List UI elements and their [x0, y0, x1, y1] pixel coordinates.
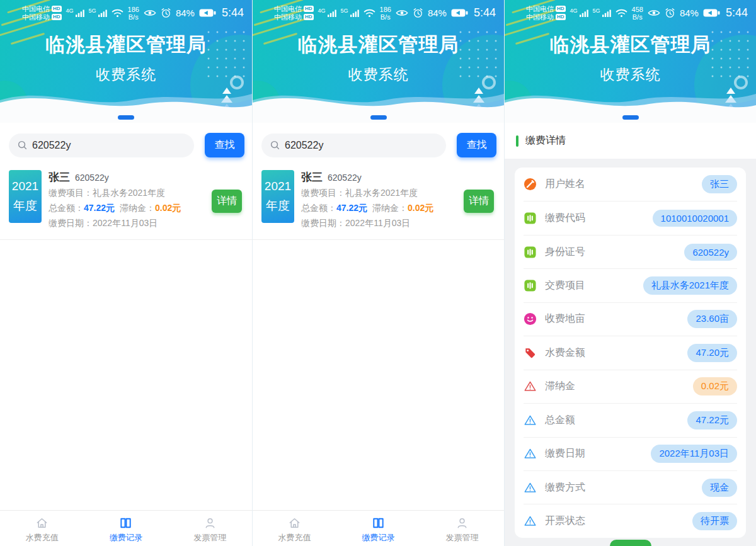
- phone-screen-detail: 中国电信HD 中国移动HD 4G 5G 458B/s 84% 5:44 临洮县灌…: [504, 0, 756, 546]
- tab-invoice-management[interactable]: 发票管理: [420, 511, 504, 546]
- search-input[interactable]: 620522y: [9, 134, 194, 157]
- detail-button[interactable]: 详情: [464, 190, 494, 213]
- carrier-labels: 中国电信HD 中国移动HD: [22, 5, 62, 21]
- signal-bars-icon: [328, 9, 336, 17]
- code-icon: [524, 246, 537, 259]
- project-value: 礼县水务2021年度: [345, 188, 418, 198]
- hd-badge: HD: [304, 6, 314, 12]
- row-value-pill: 礼县水务2021年度: [643, 276, 737, 295]
- tab-label: 水费充值: [26, 532, 59, 543]
- section-bar: [516, 135, 518, 147]
- warning-icon: [524, 380, 537, 393]
- section-header: 缴费详情: [505, 123, 756, 159]
- search-icon: [270, 140, 280, 151]
- search-input[interactable]: 620522y: [261, 134, 446, 157]
- signal-bars-icon: [602, 9, 611, 17]
- book-icon: [118, 516, 133, 530]
- search-icon: [17, 140, 28, 151]
- tab-bar: 水费充值 缴费记录 发票管理: [253, 510, 504, 546]
- tab-label: 发票管理: [446, 532, 479, 543]
- hd-badge: HD: [556, 14, 566, 20]
- total-value: 47.22元: [84, 203, 115, 213]
- find-button[interactable]: 查找: [205, 133, 244, 157]
- phone-screen-records-1: 中国电信HD 中国移动HD 4G 5G 186B/s 84% 5:44 临洮县灌…: [0, 0, 252, 546]
- tab-label: 缴费记录: [110, 532, 142, 543]
- row-label: 总金额: [545, 414, 687, 427]
- row-value-pill: 1010010020001: [653, 210, 737, 227]
- battery-percent: 84%: [176, 8, 195, 18]
- detail-row: 滞纳金 0.02元: [524, 370, 737, 403]
- clock-time: 5:44: [474, 6, 496, 20]
- row-value-pill: 0.02元: [693, 377, 737, 395]
- user-name: 张三: [49, 171, 70, 183]
- row-label: 收费地亩: [545, 312, 687, 326]
- detail-row: 缴费日期 2022年11月03日: [524, 437, 737, 470]
- year-value: 2021: [265, 179, 291, 193]
- carrier-name: 中国移动: [526, 13, 554, 21]
- carrier-name: 中国电信: [274, 5, 302, 13]
- app-header: 中国电信HD 中国移动HD 4G 5G 458B/s 84% 5:44 临洮县灌…: [505, 0, 756, 123]
- network-type-label: 4G: [318, 8, 326, 14]
- network-type-label: 4G: [570, 8, 578, 14]
- alarm-icon: [665, 8, 675, 18]
- late-fee-label: 滞纳金：: [120, 203, 155, 213]
- tab-bar: 水费充值 缴费记录 发票管理: [0, 510, 252, 546]
- network-speed: 458B/s: [632, 6, 643, 21]
- user-account: 620522y: [75, 173, 109, 183]
- search-value: 620522y: [32, 140, 71, 151]
- home-icon: [287, 516, 302, 530]
- app-header: 中国电信HD 中国移动HD 4G 5G 186B/s 84% 5:44 临洮县灌…: [0, 0, 252, 123]
- pen-icon: [524, 178, 537, 191]
- warning-icon: [524, 414, 537, 427]
- code-icon: [524, 279, 537, 292]
- battery-percent: 84%: [428, 8, 447, 18]
- warning-icon: [524, 447, 537, 460]
- total-value: 47.22元: [336, 203, 367, 213]
- page-title: 临洮县灌区管理局: [0, 31, 252, 58]
- tab-invoice-management[interactable]: 发票管理: [168, 511, 252, 546]
- row-label: 用户姓名: [545, 178, 702, 191]
- detail-row: 缴费代码 1010010020001: [524, 201, 737, 234]
- project-label: 缴费项目：: [49, 188, 93, 198]
- page-subtitle: 收费系统: [505, 65, 756, 84]
- clock-time: 5:44: [222, 6, 244, 20]
- detail-row: 开票状态 待开票: [524, 504, 737, 537]
- carrier-name: 中国电信: [22, 5, 50, 13]
- battery-percent: 84%: [680, 8, 699, 18]
- tab-label: 发票管理: [193, 532, 226, 543]
- wifi-icon: [616, 9, 627, 18]
- find-button[interactable]: 查找: [457, 133, 496, 157]
- late-fee-value: 0.02元: [155, 203, 181, 213]
- search-row: 620522y 查找: [9, 133, 244, 157]
- year-badge: 2021 年度: [9, 170, 42, 223]
- wifi-icon: [364, 9, 375, 18]
- row-value-pill: 47.20元: [687, 344, 737, 362]
- hd-badge: HD: [556, 6, 566, 12]
- record-info: 张三620522y 缴费项目：礼县水务2021年度 总金额：47.22元滞纳金：…: [301, 170, 433, 230]
- detail-button[interactable]: 详情: [212, 190, 242, 213]
- warning-icon: [524, 481, 537, 494]
- tab-water-recharge[interactable]: 水费充值: [253, 511, 336, 546]
- year-badge: 2021 年度: [261, 170, 294, 223]
- header-indicator-dash: [622, 115, 639, 120]
- detail-card: 用户姓名 张三 缴费代码 1010010020001 身份证号 620522y …: [515, 168, 746, 538]
- row-value-pill: 张三: [702, 175, 737, 193]
- network-type-label: 5G: [593, 8, 600, 14]
- row-label: 缴费代码: [545, 212, 653, 225]
- network-type-label: 4G: [66, 8, 74, 14]
- wifi-icon: [112, 9, 123, 18]
- tab-water-recharge[interactable]: 水费充值: [0, 511, 84, 546]
- tab-payment-records[interactable]: 缴费记录: [336, 511, 420, 546]
- year-label: 年度: [266, 198, 290, 214]
- phone-screen-records-2: 中国电信HD 中国移动HD 4G 5G 186B/s 84% 5:44 临洮县灌…: [252, 0, 504, 546]
- search-value: 620522y: [285, 140, 323, 151]
- tab-payment-records[interactable]: 缴费记录: [84, 511, 168, 546]
- date-label: 缴费日期：: [49, 218, 93, 228]
- bottom-action-button[interactable]: [610, 540, 651, 546]
- late-fee-label: 滞纳金：: [372, 203, 408, 213]
- signal-bars-icon: [580, 9, 588, 17]
- row-value-pill: 待开票: [692, 512, 737, 530]
- carrier-name: 中国移动: [274, 13, 302, 21]
- person-icon: [203, 516, 217, 530]
- carrier-name: 中国移动: [22, 13, 50, 21]
